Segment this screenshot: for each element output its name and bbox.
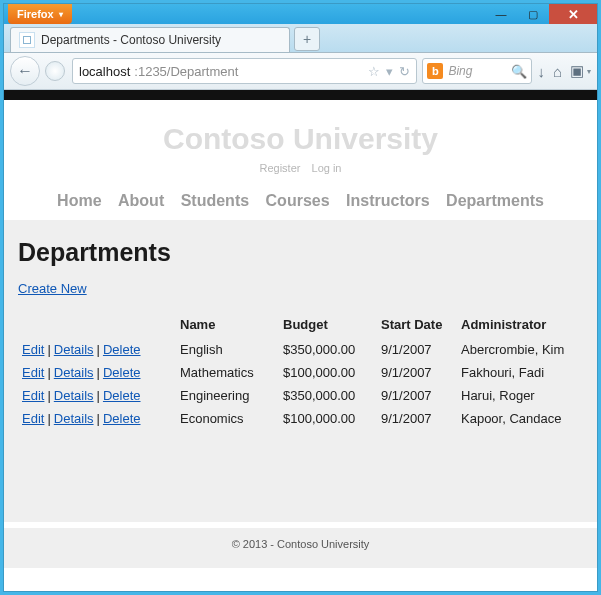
col-admin: Administrator [457, 314, 583, 338]
menu-departments[interactable]: Departments [446, 192, 544, 209]
back-button[interactable]: ← [10, 56, 40, 86]
toolbar-right: ↓ ⌂ ▣▾ [537, 62, 591, 80]
separator: | [44, 342, 53, 357]
col-name: Name [176, 314, 279, 338]
search-placeholder: Bing [448, 64, 506, 78]
bing-icon: b [427, 63, 443, 79]
login-link[interactable]: Log in [312, 162, 342, 174]
col-actions [18, 314, 176, 338]
separator: | [44, 388, 53, 403]
firefox-menu-label: Firefox [17, 8, 54, 20]
menu-students[interactable]: Students [181, 192, 249, 209]
cell-name: English [176, 338, 279, 361]
edit-link[interactable]: Edit [22, 365, 44, 380]
chevron-down-icon[interactable]: ▾ [587, 67, 591, 76]
url-host: localhost [79, 64, 130, 79]
menu-home[interactable]: Home [57, 192, 101, 209]
tab-title: Departments - Contoso University [41, 33, 221, 47]
cell-budget: $100,000.00 [279, 407, 377, 430]
table-row: Edit|Details|DeleteEngineering$350,000.0… [18, 384, 583, 407]
separator: | [44, 411, 53, 426]
departments-table: Name Budget Start Date Administrator Edi… [18, 314, 583, 430]
content-area: Departments Create New Name Budget Start… [4, 220, 597, 522]
menu-about[interactable]: About [118, 192, 164, 209]
cell-admin: Kapoor, Candace [457, 407, 583, 430]
menu-instructors[interactable]: Instructors [346, 192, 430, 209]
delete-link[interactable]: Delete [103, 388, 141, 403]
downloads-icon[interactable]: ↓ [537, 63, 545, 80]
separator: | [94, 365, 103, 380]
page-viewport: Contoso University Register Log in Home … [4, 90, 597, 591]
details-link[interactable]: Details [54, 365, 94, 380]
edit-link[interactable]: Edit [22, 411, 44, 426]
cell-admin: Harui, Roger [457, 384, 583, 407]
site-title: Contoso University [4, 122, 597, 156]
separator: | [44, 365, 53, 380]
new-tab-button[interactable]: + [294, 27, 320, 51]
cell-name: Mathematics [176, 361, 279, 384]
menu-courses[interactable]: Courses [266, 192, 330, 209]
delete-link[interactable]: Delete [103, 365, 141, 380]
page-heading: Departments [18, 238, 583, 267]
favorite-icon[interactable]: ☆ [368, 64, 380, 79]
maximize-button[interactable]: ▢ [517, 4, 549, 24]
main-menu: Home About Students Courses Instructors … [4, 188, 597, 220]
col-startdate: Start Date [377, 314, 457, 338]
delete-link[interactable]: Delete [103, 411, 141, 426]
close-button[interactable]: ✕ [549, 4, 597, 24]
minimize-button[interactable]: — [485, 4, 517, 24]
home-icon[interactable]: ⌂ [553, 63, 562, 80]
window-controls: — ▢ ✕ [485, 4, 597, 24]
cell-budget: $350,000.00 [279, 338, 377, 361]
cell-budget: $100,000.00 [279, 361, 377, 384]
table-row: Edit|Details|DeleteMathematics$100,000.0… [18, 361, 583, 384]
table-row: Edit|Details|DeleteEconomics$100,000.009… [18, 407, 583, 430]
page-favicon-icon [19, 32, 35, 48]
url-input[interactable]: localhost:1235/Department ☆ ▾ ↻ [72, 58, 417, 84]
account-links: Register Log in [4, 162, 597, 174]
browser-window: Firefox ▾ — ▢ ✕ Departments - Contoso Un… [4, 4, 597, 591]
edit-link[interactable]: Edit [22, 388, 44, 403]
chevron-down-icon: ▾ [59, 10, 63, 19]
firefox-menu-button[interactable]: Firefox ▾ [8, 4, 72, 24]
cell-budget: $350,000.00 [279, 384, 377, 407]
table-header-row: Name Budget Start Date Administrator [18, 314, 583, 338]
navigation-bar: ← localhost:1235/Department ☆ ▾ ↻ b Bing… [4, 53, 597, 90]
details-link[interactable]: Details [54, 388, 94, 403]
page-footer: © 2013 - Contoso University [4, 522, 597, 568]
title-bar: Firefox ▾ — ▢ ✕ [4, 4, 597, 24]
details-link[interactable]: Details [54, 411, 94, 426]
create-new-link[interactable]: Create New [18, 281, 87, 296]
cell-startdate: 9/1/2007 [377, 407, 457, 430]
cell-startdate: 9/1/2007 [377, 384, 457, 407]
register-link[interactable]: Register [259, 162, 300, 174]
globe-icon [45, 61, 65, 81]
reload-icon[interactable]: ↻ [399, 64, 410, 79]
cell-name: Engineering [176, 384, 279, 407]
tab-strip: Departments - Contoso University + [4, 24, 597, 53]
separator: | [94, 342, 103, 357]
search-icon[interactable]: 🔍 [511, 64, 527, 79]
table-row: Edit|Details|DeleteEnglish$350,000.009/1… [18, 338, 583, 361]
separator: | [94, 388, 103, 403]
cell-name: Economics [176, 407, 279, 430]
cell-admin: Fakhouri, Fadi [457, 361, 583, 384]
search-input[interactable]: b Bing 🔍 [422, 58, 532, 84]
separator: | [94, 411, 103, 426]
col-budget: Budget [279, 314, 377, 338]
edit-link[interactable]: Edit [22, 342, 44, 357]
url-dropdown-icon[interactable]: ▾ [386, 64, 393, 79]
bookmarks-icon[interactable]: ▣ [570, 62, 584, 80]
cell-startdate: 9/1/2007 [377, 361, 457, 384]
delete-link[interactable]: Delete [103, 342, 141, 357]
url-path: :1235/Department [134, 64, 238, 79]
details-link[interactable]: Details [54, 342, 94, 357]
browser-tab[interactable]: Departments - Contoso University [10, 27, 290, 52]
cell-admin: Abercrombie, Kim [457, 338, 583, 361]
cell-startdate: 9/1/2007 [377, 338, 457, 361]
top-stripe [4, 90, 597, 100]
